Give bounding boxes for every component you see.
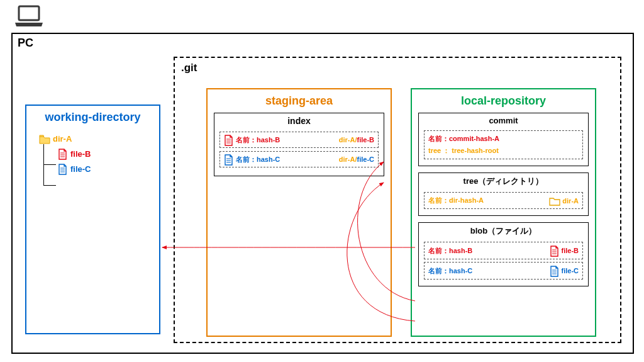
file-tree: dir-A file-B file-C [26, 129, 159, 176]
index-title: index [214, 113, 384, 128]
entry-path: dir-A/file-C [339, 156, 374, 163]
entry-name: 名前：hash-B [236, 135, 280, 145]
tree-branch [43, 164, 56, 165]
commit-box: commit 名前：commit-hash-A tree ： tree-hash… [418, 113, 589, 166]
blob-entry: 名前：hash-C file-C [424, 262, 583, 280]
tree-entry: 名前：dir-hash-A dir-A [424, 192, 583, 209]
entry-path: dir-A/file-B [339, 136, 374, 144]
blob-name: 名前：hash-C [428, 266, 472, 276]
blob-file-label: file-B [562, 247, 579, 254]
blob-box: blob（ファイル） 名前：hash-B file-B 名前：hash-C [418, 222, 589, 286]
index-box: index 名前：hash-B dir-A/file-B [214, 113, 384, 176]
staging-area-box: staging-area index 名前：hash-B dir-A/file-… [206, 88, 392, 337]
file-c-label: file-C [70, 164, 91, 174]
working-directory-box: working-directory dir-A file-B file-C [25, 105, 160, 334]
index-entry: 名前：hash-B dir-A/file-B [219, 132, 379, 148]
git-label: .git [181, 62, 197, 74]
tree-connector [43, 144, 44, 186]
tree-file-c: file-C [39, 161, 159, 176]
tree-title: tree（ディレクトリ） [419, 173, 588, 189]
commit-title: commit [419, 113, 588, 128]
folder-icon [39, 135, 49, 144]
file-icon [224, 135, 233, 145]
blob-name: 名前：hash-B [428, 246, 472, 256]
file-icon [550, 266, 558, 276]
tree-branch [43, 185, 56, 186]
file-icon [550, 246, 558, 256]
local-repository-box: local-repository commit 名前：commit-hash-A… [411, 88, 596, 337]
commit-info: 名前：commit-hash-A tree ： tree-hash-root [424, 130, 583, 159]
tree-name: 名前：dir-hash-A [428, 196, 484, 205]
file-b-label: file-B [70, 149, 91, 159]
blob-entry: 名前：hash-B file-B [424, 242, 583, 259]
entry-name: 名前：hash-C [236, 155, 280, 164]
tree-file-b: file-B [39, 146, 159, 161]
local-repository-title: local-repository [412, 89, 595, 113]
dir-label: dir-A [53, 134, 72, 144]
working-directory-title: working-directory [26, 106, 159, 129]
staging-area-title: staging-area [208, 89, 391, 113]
tree-box: tree（ディレクトリ） 名前：dir-hash-A dir-A [418, 173, 589, 216]
git-container: .git staging-area index 名前：hash-B dir-A/… [174, 57, 621, 343]
commit-tree: tree ： tree-hash-root [428, 146, 579, 156]
index-entry: 名前：hash-C dir-A/file-C [219, 151, 379, 167]
laptop-icon [14, 5, 44, 30]
folder-icon [549, 196, 559, 205]
tree-dir: dir-A [39, 132, 159, 146]
commit-name: 名前：commit-hash-A [428, 134, 579, 146]
svg-rect-0 [19, 6, 39, 20]
pc-label: PC [18, 37, 33, 50]
blob-file-label: file-C [562, 267, 579, 274]
file-icon [58, 149, 67, 159]
tree-dir-label: dir-A [562, 197, 579, 205]
file-icon [58, 164, 67, 174]
blob-title: blob（ファイル） [419, 223, 588, 239]
pc-container: PC working-directory dir-A file-B file [11, 33, 634, 354]
file-icon [224, 154, 233, 164]
